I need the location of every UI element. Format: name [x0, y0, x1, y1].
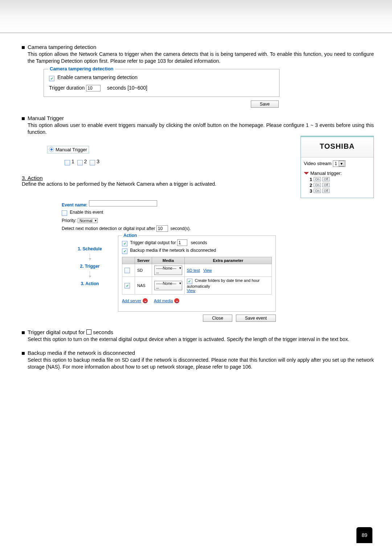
- tampering-title: Camera tampering detection: [28, 44, 96, 50]
- trigger-output-label: Trigger digital output for: [130, 240, 176, 245]
- mt2-on-button[interactable]: On: [314, 183, 321, 187]
- mt-check-3[interactable]: ✔: [90, 160, 95, 165]
- bk-body: Select this option to backup media file …: [28, 357, 374, 370]
- do-body: Select this option to turn on the extern…: [28, 336, 374, 343]
- table-row: ✔ SD -----None----- SD test View: [122, 264, 272, 276]
- trigger-output-input[interactable]: 1: [177, 239, 187, 246]
- save-button[interactable]: Save: [251, 100, 279, 108]
- bullet-icon: [22, 331, 25, 334]
- sd-name: SD: [135, 264, 152, 276]
- manual-trigger-title: Manual Trigger: [28, 115, 64, 121]
- sd-view-link[interactable]: View: [203, 268, 212, 272]
- video-stream-select[interactable]: 1 ▾: [333, 160, 346, 167]
- priority-label: Priority:: [62, 218, 77, 223]
- add-server-link[interactable]: Add server ⌄: [122, 298, 148, 303]
- priority-select[interactable]: Normal: [78, 218, 98, 223]
- col-media: Media: [152, 257, 184, 264]
- event-name-label: Event name:: [62, 202, 87, 208]
- trigger-output-suffix: seconds: [191, 240, 207, 245]
- placeholder-box-icon: [86, 329, 91, 335]
- control-panel: TOSHIBA Video stream 1 ▾ ◥◤ Manual trigg…: [301, 136, 374, 198]
- enable-tampering-checkbox[interactable]: ✔: [49, 76, 54, 81]
- plus-icon: ⌄: [174, 298, 179, 303]
- do-title: Trigger digital output for seconds: [28, 329, 113, 335]
- chevron-down-icon: ▾: [339, 161, 344, 167]
- enable-tampering-label: Enable camera tampering detection: [57, 74, 138, 80]
- manual-trigger-radio-label: Manual Trigger: [56, 147, 87, 152]
- col-server: Server: [135, 257, 152, 264]
- manual-trigger-radio[interactable]: [49, 147, 54, 152]
- save-event-button[interactable]: Save event: [236, 315, 276, 322]
- bullet-icon: [22, 46, 25, 49]
- trigger-duration-input[interactable]: 10: [86, 85, 101, 91]
- enable-event-label: Enable this event: [70, 210, 103, 215]
- mt1-off-button[interactable]: Off: [322, 177, 330, 181]
- mt1-on-button[interactable]: On: [314, 177, 321, 181]
- backup-media-checkbox[interactable]: ✔: [122, 249, 127, 254]
- trigger-duration-label: Trigger duration: [49, 85, 85, 91]
- mt3-off-button[interactable]: Off: [322, 189, 330, 193]
- sd-checkbox[interactable]: ✔: [124, 268, 130, 273]
- manual-trigger-radio-row: Manual Trigger: [47, 146, 89, 153]
- step-action[interactable]: 3. Action: [81, 281, 99, 286]
- enable-event-checkbox[interactable]: ✔: [62, 210, 67, 216]
- col-extra: Extra parameter: [184, 257, 271, 264]
- nas-media-select[interactable]: -----None-----: [154, 281, 182, 290]
- nas-autofolder-checkbox[interactable]: ✔: [187, 279, 192, 284]
- detect-label-pre: Detect next motion detection or digital …: [62, 226, 155, 231]
- mt2-off-button[interactable]: Off: [322, 183, 330, 187]
- mt-row-3: 3 On Off: [310, 188, 371, 194]
- mt3-on-button[interactable]: On: [314, 189, 321, 193]
- nas-checkbox[interactable]: ✔: [124, 283, 130, 288]
- mt-check-1[interactable]: ✔: [65, 160, 70, 165]
- table-row: ✔ NAS -----None----- ✔ Create folders by…: [122, 276, 272, 294]
- detect-label-post: second(s).: [171, 226, 191, 231]
- action-legend: Action: [122, 233, 138, 238]
- backup-media-label: Backup media if the network is disconnec…: [130, 248, 216, 253]
- trigger-output-checkbox[interactable]: ✔: [122, 241, 127, 246]
- nas-view-link[interactable]: View: [187, 288, 196, 293]
- mt-check-2[interactable]: ✔: [77, 160, 83, 165]
- tampering-legend: Camera tampering detection: [48, 66, 115, 71]
- manual-trigger-body: This option allows user to enable event …: [28, 122, 374, 136]
- tampering-body: This option allows the Network Camera to…: [28, 51, 374, 65]
- nas-name: NAS: [135, 276, 152, 294]
- collapse-icon[interactable]: ◥◤: [304, 171, 309, 175]
- header-gradient: [0, 0, 392, 33]
- manual-trigger-heading: Manual trigger:: [310, 171, 342, 176]
- plus-icon: ⌄: [143, 298, 148, 303]
- event-panel: Event name: ✔ Enable this event Priority…: [62, 200, 276, 322]
- sd-media-select[interactable]: -----None-----: [154, 266, 182, 275]
- detect-interval-input[interactable]: 10: [156, 225, 168, 232]
- mt-row-2: 2 On Off: [310, 182, 371, 188]
- bullet-icon: [22, 117, 25, 120]
- tampering-fieldset: Camera tampering detection ✔ Enable came…: [44, 69, 279, 97]
- event-name-input[interactable]: [89, 200, 157, 206]
- close-button[interactable]: Close: [203, 315, 232, 322]
- step-schedule[interactable]: 1. Schedule: [62, 246, 118, 251]
- action-body: Define the actions to be performed by th…: [22, 181, 265, 187]
- add-media-link[interactable]: Add media ⌄: [154, 298, 180, 303]
- step-trigger[interactable]: 2. Trigger: [62, 264, 118, 269]
- page-number: 89: [356, 527, 372, 543]
- nas-autofolder-label: Create folders by date time and hour aut…: [187, 278, 260, 288]
- sd-test-link[interactable]: SD test: [187, 268, 200, 272]
- brand-logo: TOSHIBA: [301, 137, 373, 157]
- trigger-duration-suffix: seconds [10~600]: [107, 85, 147, 91]
- server-table: Server Media Extra parameter ✔ SD -----N…: [122, 257, 272, 295]
- mt-row-1: 1 On Off: [310, 177, 371, 182]
- action-fieldset: Action ✔ Trigger digital output for 1 se…: [118, 235, 276, 312]
- bk-title: Backup media if the network is disconnec…: [28, 350, 135, 356]
- video-stream-label: Video stream: [304, 161, 331, 166]
- bullet-icon: [22, 352, 25, 355]
